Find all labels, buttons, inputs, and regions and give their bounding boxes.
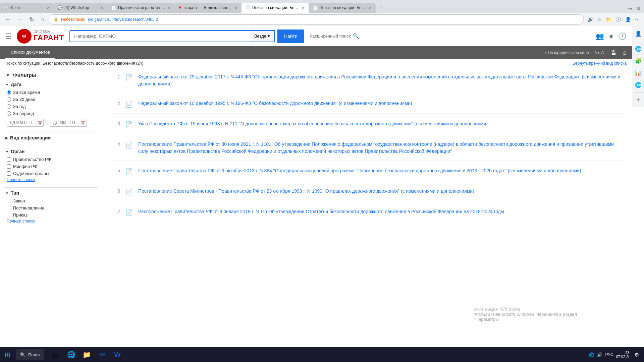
organ-gov[interactable]: Правительство РФ [7,157,98,162]
tab-close-garant2[interactable]: ✕ [369,6,372,10]
taskbar-search[interactable]: 🔍 Поиск [16,349,44,360]
organ-full-list-link[interactable]: Полный список [7,177,98,182]
tab-close-garant1[interactable]: ✕ [302,6,305,10]
sort-selector[interactable]: ↓ По юридической силе [545,50,589,55]
taskbar-folder-item[interactable]: 📁 [79,347,94,362]
doc-link[interactable]: Постановление Совета Министров - Правите… [138,188,474,195]
organ-courts-checkbox[interactable] [7,171,11,176]
tab-label-practical: Практическая работа по С... [118,5,165,10]
type-decree[interactable]: Постановление [7,205,98,210]
doc-link[interactable]: Распоряжение Правительства РФ от 8 январ… [138,208,504,215]
header-icons: 👥 ★ 🕐 [596,32,627,40]
date-option-year[interactable]: За год [7,104,98,109]
minimize-button[interactable]: ─ [618,5,625,13]
date-radio-30days[interactable] [7,97,11,102]
tab-garant2[interactable]: 📄 Поиск по ситуации: Безоп... ✕ [309,3,376,13]
return-link[interactable]: Вернуть прежний вид списка [573,61,627,66]
settings-menu-button[interactable]: ⋯ [634,16,641,23]
font-size-decrease-button[interactable]: A- [601,50,605,55]
edge-icon-data[interactable]: 📊 [634,68,643,77]
reload-button[interactable]: ↻ [28,15,36,24]
documents-list-tab[interactable]: Список документов [5,46,55,59]
tab-close-dzen[interactable]: ✕ [47,6,50,10]
doc-link[interactable]: Постановление Правительства РФ от 30 июн… [138,141,624,155]
edge-icon-orange[interactable]: 🌐 [634,80,643,89]
tab-dzen[interactable]: 📰 Дзен ✕ [0,3,54,13]
date-section-label: Дата [11,82,21,87]
edge-icon-browser[interactable]: 🌐 [634,44,643,53]
taskbar-mail-item[interactable]: ✉ [95,347,109,362]
tab-practical[interactable]: 📄 Практическая работа по С... ✕ [107,3,174,13]
list-item: 4 📄 Постановление Правительства РФ от 30… [112,141,624,161]
advanced-search-label: Расширенный поиск [310,34,351,39]
filter-type-title[interactable]: ▼ Тип [5,190,98,196]
settings-icon[interactable]: ⚙ [629,347,644,362]
doc-link[interactable]: Постановление Правительства РФ от 3 октя… [138,167,581,174]
font-size-increase-button[interactable]: A+ [594,50,600,55]
save-button[interactable]: 💾 [611,50,616,55]
search-container: Везде ▾ Найти [69,29,304,43]
date-range: 📅 – 📅 [7,119,98,127]
date-option-period[interactable]: За период [7,111,98,116]
restore-button[interactable]: ▭ [626,5,634,13]
address-bar[interactable]: 🔒 Небезопасно ivo.garant.ru/#/advancedse… [49,14,584,24]
print-button[interactable]: 🖨 [622,50,627,55]
filter-organ-title[interactable]: ▼ Орган [5,149,98,154]
tab-close-whatsapp[interactable]: ✕ [100,6,103,10]
tab-whatsapp[interactable]: 💬 (4) WhatsApp ✕ [54,3,107,13]
taskbar-browser-item[interactable]: 🌐 [64,347,78,362]
tab-close-practical[interactable]: ✕ [167,6,170,10]
date-radio-group: За все время За 30 дней За год За период [7,90,98,116]
date-option-30days[interactable]: За 30 дней [7,97,98,102]
search-scope-dropdown[interactable]: Везде ▾ [250,31,274,42]
taskbar-item-1[interactable]: 🗂 [48,347,63,362]
tab-yandex[interactable]: Я гарант — Яндекс: нашлос... ✕ [174,3,241,13]
collections-button[interactable]: 📁 [605,16,612,23]
filter-date-title[interactable]: ▼ Дата [5,82,98,87]
type-law-checkbox[interactable] [7,199,11,203]
organ-minfin-checkbox[interactable] [7,164,11,169]
date-radio-all[interactable] [7,90,11,95]
tab-close-yandex[interactable]: ✕ [234,6,237,10]
type-full-list-link[interactable]: Полный список [7,219,98,224]
tab-label-garant1: Поиск по ситуации: Безоп... [252,5,300,10]
filter-toggle-icon[interactable]: ▼ [5,72,10,78]
search-input[interactable] [70,31,250,42]
back-button[interactable]: ← [3,15,13,24]
advanced-search-link[interactable]: Расширенный поиск 🔍 [310,33,359,39]
taskbar-word-item[interactable]: W [110,347,125,362]
date-radio-period[interactable] [7,111,11,116]
star-button[interactable]: ★ [608,32,614,40]
search-button[interactable]: Найти [277,29,304,43]
menu-button[interactable]: ☰ [5,32,11,40]
organ-gov-checkbox[interactable] [7,157,11,162]
doc-link[interactable]: Указ Президента РФ от 15 июня 1998 г. N … [138,120,488,127]
close-button[interactable]: ✕ [635,5,643,13]
organ-courts[interactable]: Судебные органы [7,171,98,176]
edge-icon-extension[interactable]: 🧩 [634,56,643,65]
tab-garant1[interactable]: 📄 Поиск по ситуации: Безоп... ✕ [241,3,309,13]
read-aloud-button[interactable]: 🔊 [587,16,594,23]
doc-number: 6 [112,188,120,194]
profile-button[interactable]: 👤 [624,16,632,23]
notifications-button[interactable]: 👥 [596,32,604,40]
type-law[interactable]: Закон [7,198,98,203]
start-button[interactable]: ⊞ [0,347,15,362]
type-order[interactable]: Приказ [7,213,98,218]
filter-info-type-title[interactable]: ▶ Вид информации [5,135,98,140]
history-button[interactable]: 🕐 [614,16,622,23]
date-radio-year[interactable] [7,104,11,109]
type-decree-checkbox[interactable] [7,206,11,210]
date-option-all[interactable]: За все время [7,90,98,95]
forward-button[interactable]: → [15,15,25,24]
edge-add-button[interactable]: + [634,95,643,105]
doc-link[interactable]: Федеральный закон от 10 декабря 1995 г. … [138,100,412,107]
new-tab-button[interactable]: ＋ [376,3,386,13]
type-order-checkbox[interactable] [7,213,11,217]
doc-link[interactable]: Федеральный закон от 29 декабря 2017 г. … [138,73,624,87]
home-button[interactable]: ⌂ [39,15,46,24]
edge-icon-profile[interactable]: 👤 [634,29,643,38]
favorites-button[interactable]: ☆ [596,16,603,23]
organ-minfin[interactable]: Минфин РФ [7,164,98,169]
clock-button[interactable]: 🕐 [618,32,627,40]
